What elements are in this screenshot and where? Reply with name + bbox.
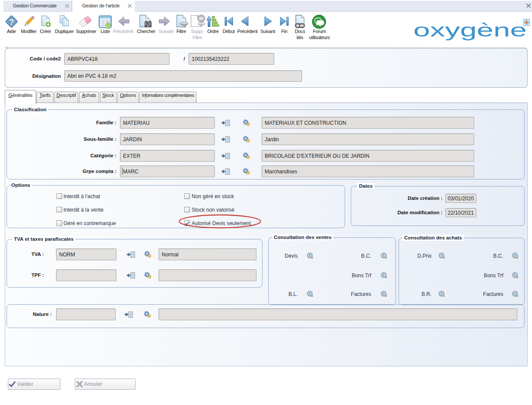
svg-text:oxygène: oxygène (413, 20, 527, 40)
svg-text:?: ? (9, 17, 14, 27)
